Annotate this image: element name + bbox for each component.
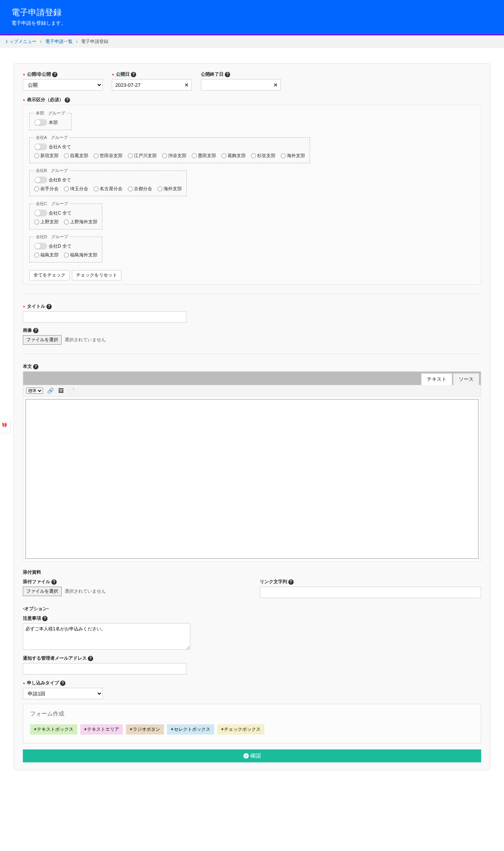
apply-type-select[interactable]: 申請1回 xyxy=(23,688,103,699)
group-legend: 本部 グループ xyxy=(34,110,67,116)
branch-radio[interactable]: 福島支部 xyxy=(34,252,59,258)
toggle-switch[interactable] xyxy=(34,243,47,250)
branch-radio[interactable]: 杉並支部 xyxy=(251,153,275,159)
help-icon[interactable]: ? xyxy=(51,579,57,585)
clear-icon[interactable]: ✕ xyxy=(184,82,189,88)
link-text-label: リンク文字列? xyxy=(260,579,482,585)
branch-radio[interactable]: 葛飾支部 xyxy=(221,153,246,159)
toggle-label: 本部 xyxy=(49,120,58,125)
branch-radio[interactable]: 名古屋分会 xyxy=(94,186,122,192)
help-icon[interactable]: ? xyxy=(33,364,38,369)
toggle-switch[interactable] xyxy=(34,177,47,183)
chevron-right-icon: › xyxy=(76,39,78,44)
help-icon[interactable]: ? xyxy=(131,72,136,77)
branch-radio[interactable]: 新宿支部 xyxy=(34,153,59,159)
note-textarea[interactable]: 必ずご本人様1名がお申込みください。 xyxy=(23,623,190,650)
group-fieldset: 会社A グループ会社A 全て新宿支部目黒支部世田谷支部江戸川支部渋谷支部墨田支部… xyxy=(29,135,310,163)
attach-file-label: 添付ファイル? xyxy=(23,579,245,585)
toggle-label: 会社A 全て xyxy=(49,144,71,150)
title-label: タイトル? xyxy=(23,303,186,310)
form-builder: フォーム作成 テキストボックステキストエリアラジオボタンセレクトボックスチェック… xyxy=(23,704,481,743)
image-file-button[interactable]: ファイルを選択 xyxy=(23,335,62,345)
add-textarea-button[interactable]: テキストエリア xyxy=(80,724,123,735)
admin-email-input[interactable] xyxy=(23,663,186,674)
image-label: 画像? xyxy=(23,327,481,334)
body-label: 本文? xyxy=(23,363,481,370)
breadcrumb-current: 電子申請登録 xyxy=(81,39,108,44)
toggle-switch[interactable] xyxy=(34,119,47,126)
publish-end-input[interactable] xyxy=(201,79,281,91)
display-group-label: 表示区分（必須）? xyxy=(23,97,481,103)
help-icon[interactable]: ? xyxy=(65,97,70,103)
branch-radio[interactable]: 福島海外支部 xyxy=(64,252,97,258)
clear-icon[interactable]: ✕ xyxy=(273,82,278,88)
toggle-switch[interactable] xyxy=(34,210,47,216)
help-icon[interactable]: ? xyxy=(60,681,65,686)
form-panel: 公開/非公開? 公開 公開日? ✕ 公開終了日? ✕ 表示区分（必須）? 本部 … xyxy=(13,63,491,770)
image-icon[interactable]: 🖼 xyxy=(57,387,64,394)
help-icon[interactable]: ? xyxy=(225,72,230,77)
note-label: 注意事項? xyxy=(23,615,190,622)
chevron-right-icon: › xyxy=(40,39,41,44)
add-textbox-button[interactable]: テキストボックス xyxy=(30,724,77,735)
toggle-switch[interactable] xyxy=(34,143,47,150)
help-icon[interactable]: ? xyxy=(52,72,57,77)
branch-radio[interactable]: 海外支部 xyxy=(157,186,182,192)
editor-tab-source[interactable]: ソース xyxy=(453,373,479,385)
help-icon[interactable]: ? xyxy=(46,304,52,309)
image-file-status: 選択されていません xyxy=(65,337,106,342)
branch-radio[interactable]: 岩手分会 xyxy=(34,186,59,192)
breadcrumb-top[interactable]: トップメニュー xyxy=(5,39,37,44)
branch-radio[interactable]: 墨田支部 xyxy=(192,153,216,159)
branch-radio[interactable]: 渋谷支部 xyxy=(162,153,186,159)
title-input[interactable] xyxy=(23,311,186,323)
toggle-label: 会社C 全て xyxy=(49,210,72,216)
admin-email-label: 通知する管理者メールアドレス? xyxy=(23,655,186,662)
help-icon[interactable]: ? xyxy=(288,579,294,585)
branch-radio[interactable]: 目黒支部 xyxy=(64,153,88,159)
add-select-button[interactable]: セレクトボックス xyxy=(167,724,214,735)
branch-radio[interactable]: 世田谷支部 xyxy=(94,153,122,159)
group-legend: 会社B グループ xyxy=(34,168,69,173)
link-text-input[interactable] xyxy=(260,587,482,598)
toggle-label: 会社D 全て xyxy=(49,243,72,249)
apply-type-label: 申し込みタイプ? xyxy=(23,680,103,686)
page-title: 電子申請登録 xyxy=(11,7,493,18)
branch-radio[interactable]: 江戸川支部 xyxy=(128,153,157,159)
editor-textarea[interactable] xyxy=(25,399,479,559)
group-legend: 会社D グループ xyxy=(34,234,70,240)
branch-radio[interactable]: 京都分会 xyxy=(128,186,152,192)
help-icon[interactable]: ? xyxy=(42,616,48,621)
check-all-button[interactable]: 全てをチェック xyxy=(29,270,70,280)
attachments-heading: 添付資料 xyxy=(23,569,481,576)
help-icon[interactable]: ? xyxy=(33,328,38,333)
group-fieldset: 会社C グループ会社C 全て上野支部上野海外支部 xyxy=(29,201,102,229)
rich-editor: テキスト ソース 標準 🔗 🖼 📄 xyxy=(23,371,481,562)
branch-radio[interactable]: 上野海外支部 xyxy=(64,219,97,225)
branch-radio[interactable]: 上野支部 xyxy=(34,219,59,225)
attach-file-button[interactable]: ファイルを選択 xyxy=(23,587,62,596)
options-heading: -オプション- xyxy=(23,606,481,612)
groups-container: 本部 グループ本部会社A グループ会社A 全て新宿支部目黒支部世田谷支部江戸川支… xyxy=(23,105,481,285)
help-icon[interactable]: ? xyxy=(88,656,93,661)
confirm-button[interactable]: ✓ 確認 xyxy=(23,749,481,762)
branch-radio[interactable]: 埼玉分会 xyxy=(64,186,88,192)
form-builder-title: フォーム作成 xyxy=(30,710,474,717)
check-circle-icon: ✓ xyxy=(243,753,249,759)
side-handle[interactable] xyxy=(0,418,10,433)
publish-date-input[interactable] xyxy=(112,79,192,91)
format-select[interactable]: 標準 xyxy=(26,388,43,394)
reset-check-button[interactable]: チェックをリセット xyxy=(72,270,121,280)
breadcrumb: トップメニュー › 電子申請一覧 › 電子申請登録 xyxy=(0,35,504,48)
link-icon[interactable]: 🔗 xyxy=(47,387,54,394)
add-radio-button[interactable]: ラジオボタン xyxy=(126,724,164,735)
branch-radio[interactable]: 海外支部 xyxy=(281,153,305,159)
visibility-select[interactable]: 公開 xyxy=(23,79,103,91)
add-checkbox-button[interactable]: チェックボックス xyxy=(217,724,264,735)
file-icon[interactable]: 📄 xyxy=(68,387,75,394)
publish-end-label: 公開終了日? xyxy=(201,71,281,78)
editor-tab-text[interactable]: テキスト xyxy=(421,373,452,385)
breadcrumb-list[interactable]: 電子申請一覧 xyxy=(45,39,73,44)
toggle-label: 会社B 全て xyxy=(49,177,71,183)
separator xyxy=(23,294,481,294)
